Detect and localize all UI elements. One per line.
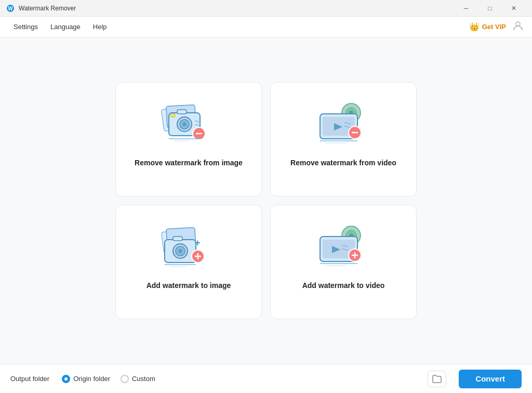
- folder-icon: [432, 375, 442, 383]
- radio-custom-circle: [121, 375, 129, 383]
- svg-rect-9: [177, 110, 187, 114]
- menu-help[interactable]: Help: [88, 21, 112, 33]
- menu-bar-left: Settings Language Help: [8, 21, 112, 33]
- menu-bar: Settings Language Help 👑 Get VIP: [0, 17, 532, 37]
- radio-custom-label: Custom: [132, 375, 155, 383]
- card-remove-video[interactable]: Remove watermark from video: [270, 82, 417, 197]
- svg-text:+: +: [195, 238, 201, 248]
- svg-text:W: W: [8, 6, 13, 11]
- user-icon[interactable]: [512, 20, 524, 34]
- card-remove-image-label: Remove watermark from image: [135, 159, 243, 167]
- card-add-image-illustration: +: [157, 221, 220, 273]
- card-add-image-label: Add watermark to image: [147, 281, 231, 290]
- bottom-bar: Output folder Origin folder Custom Conve…: [0, 364, 532, 393]
- radio-custom[interactable]: Custom: [121, 375, 155, 383]
- window-controls: ─ □ ✕: [454, 0, 526, 17]
- main-content: Remove watermark from image: [0, 37, 532, 364]
- card-remove-video-label: Remove watermark from video: [290, 159, 396, 167]
- card-remove-video-illustration: [312, 98, 375, 150]
- svg-point-31: [178, 249, 182, 253]
- folder-browse-button[interactable]: [428, 371, 446, 387]
- radio-group: Origin folder Custom: [62, 375, 155, 383]
- radio-origin-label: Origin folder: [73, 375, 110, 383]
- vip-label: Get VIP: [482, 23, 506, 31]
- svg-point-2: [516, 22, 520, 26]
- title-bar: W Watermark Remover ─ □ ✕: [0, 0, 532, 17]
- svg-point-8: [182, 122, 187, 126]
- menu-language[interactable]: Language: [45, 21, 86, 33]
- title-bar-left: W Watermark Remover: [6, 4, 76, 12]
- card-remove-image-illustration: [157, 98, 220, 150]
- radio-origin-folder[interactable]: Origin folder: [62, 375, 110, 383]
- cards-grid: Remove watermark from image: [115, 82, 417, 319]
- card-add-video-illustration: [312, 221, 375, 273]
- card-add-video-label: Add watermark to video: [302, 281, 385, 290]
- crown-icon: 👑: [469, 22, 480, 32]
- minimize-button[interactable]: ─: [454, 0, 478, 17]
- svg-rect-10: [171, 114, 175, 117]
- radio-origin-circle: [62, 375, 70, 383]
- app-icon: W: [6, 4, 15, 12]
- close-button[interactable]: ✕: [502, 0, 526, 17]
- maximize-button[interactable]: □: [478, 0, 502, 17]
- convert-button[interactable]: Convert: [459, 370, 522, 388]
- menu-bar-right: 👑 Get VIP: [469, 20, 524, 34]
- card-add-video[interactable]: Add watermark to video: [270, 205, 417, 319]
- app-title: Watermark Remover: [19, 5, 76, 12]
- svg-rect-32: [173, 237, 182, 241]
- output-folder-label: Output folder: [10, 375, 49, 383]
- card-remove-image[interactable]: Remove watermark from image: [115, 82, 262, 197]
- menu-settings[interactable]: Settings: [8, 21, 43, 33]
- get-vip-button[interactable]: 👑 Get VIP: [469, 22, 506, 32]
- card-add-image[interactable]: + Add watermark to image: [115, 205, 262, 319]
